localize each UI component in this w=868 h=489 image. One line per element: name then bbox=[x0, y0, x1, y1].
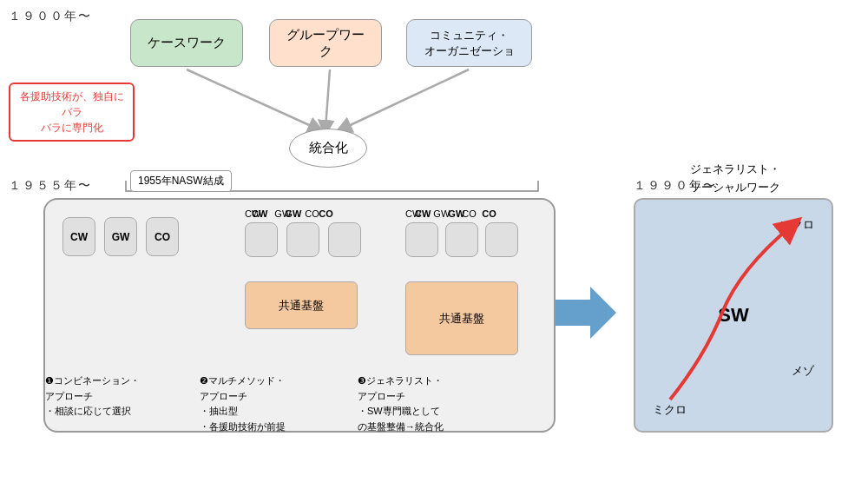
red-note-text: 各援助技術が、独自にバラバラに専門化 bbox=[20, 90, 124, 134]
generalist-title: ジェネラリスト・ソーシャルワーク bbox=[635, 161, 835, 197]
integration-oval: 統合化 bbox=[289, 129, 367, 168]
s3-cw bbox=[405, 222, 438, 257]
s2-gw bbox=[286, 222, 319, 257]
s3-common-base: 共通基盤 bbox=[405, 281, 518, 355]
approach3-text: ❸ジェネラリスト・アプローチ・SW専門職としての基盤整備→統合化 bbox=[358, 373, 518, 434]
s2-labels: CW GW CO bbox=[252, 208, 333, 219]
nasw-label: 1955年NASW結成 bbox=[130, 170, 232, 192]
casework-box: ケースワーク bbox=[130, 19, 243, 67]
svg-line-2 bbox=[343, 69, 469, 129]
year-1955: １９５５年〜 bbox=[9, 178, 92, 194]
community-label: コミュニティ・オーガニゼーショ bbox=[424, 28, 515, 59]
svg-line-0 bbox=[187, 69, 317, 129]
s3-top-boxes bbox=[405, 222, 518, 257]
section2: CW GW CO 共通基盤 bbox=[245, 208, 361, 329]
s2-common-base: 共通基盤 bbox=[245, 281, 358, 329]
s3-co bbox=[485, 222, 518, 257]
generalist-box: ジェネラリスト・ソーシャルワーク マクロ メゾ ミクロ SW bbox=[634, 198, 833, 433]
approach2-text: ❷マルチメソッド・アプローチ・抽出型・各援助技術が前提 bbox=[200, 373, 343, 434]
approach1-text: ❶コンビネーション・アプローチ・相談に応じて選択 bbox=[45, 373, 184, 420]
s2-boxes bbox=[245, 222, 361, 257]
s3-gw bbox=[445, 222, 478, 257]
s3-labels: CW GW CO bbox=[415, 208, 496, 219]
red-note: 各援助技術が、独自にバラバラに専門化 bbox=[9, 83, 135, 142]
s2-co bbox=[328, 222, 361, 257]
year-1900: １９００年〜 bbox=[9, 9, 92, 24]
diagram: １９００年〜 １９５５年〜 １９９０年〜 ケースワーク グループワーク コミュニ… bbox=[0, 0, 868, 489]
svg-line-1 bbox=[326, 69, 330, 129]
community-box: コミュニティ・オーガニゼーショ bbox=[406, 19, 532, 67]
groupwork-box: グループワーク bbox=[269, 19, 382, 67]
s1-co: CO bbox=[146, 217, 179, 256]
s1-cw: CW bbox=[62, 217, 95, 256]
s1-gw: GW bbox=[104, 217, 137, 256]
s2-cw bbox=[245, 222, 278, 257]
section3: CW GW CO 共通基盤 bbox=[405, 208, 518, 355]
red-curve-svg bbox=[635, 200, 835, 434]
section1-boxes: CW GW CO bbox=[62, 217, 179, 256]
